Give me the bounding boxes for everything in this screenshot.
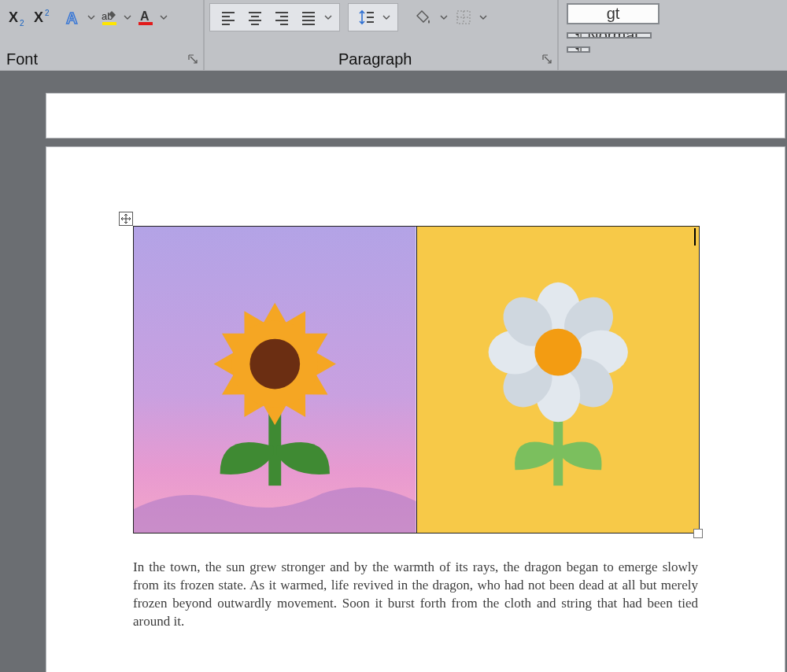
table-cell-right[interactable] [416, 227, 700, 534]
superscript-button[interactable]: X2 [30, 6, 54, 29]
image-table[interactable] [133, 226, 700, 534]
style-normal[interactable]: ¶ Normal [567, 32, 652, 39]
svg-point-13 [249, 339, 300, 390]
line-spacing-dropdown[interactable] [382, 6, 391, 29]
align-left-button[interactable] [216, 6, 240, 29]
shading-borders-box [406, 3, 494, 31]
table-wrapper [133, 226, 698, 534]
svg-text:A: A [66, 9, 77, 27]
highlight-color-dropdown[interactable] [123, 6, 132, 29]
align-dropdown[interactable] [323, 6, 333, 29]
daisy-image [417, 227, 700, 533]
table-cell-left[interactable] [134, 227, 417, 534]
text-effects-button[interactable]: A [61, 6, 85, 29]
svg-text:X: X [34, 9, 43, 25]
font-color-dropdown[interactable] [159, 6, 168, 29]
font-color-button[interactable]: A [134, 6, 157, 29]
document-background: In the town, the sun grew stronger and b… [0, 71, 787, 672]
paragraph-group-label: Paragraph [338, 50, 412, 68]
highlight-color-button[interactable]: ab [98, 6, 121, 29]
font-group-label: Font [6, 50, 38, 68]
previous-page-edge [46, 93, 785, 138]
shading-dropdown[interactable] [439, 6, 449, 29]
sunflower-image [134, 227, 416, 533]
body-paragraph[interactable]: In the town, the sun grew stronger and b… [133, 559, 698, 631]
table-move-handle[interactable] [119, 212, 133, 226]
font-group: X2 X2 A ab A Font [0, 0, 205, 70]
line-spacing-button[interactable] [355, 6, 379, 29]
style-next-partial[interactable]: ¶ N [567, 46, 590, 53]
svg-text:2: 2 [45, 9, 50, 17]
paragraph-dialog-launcher[interactable] [541, 54, 552, 65]
svg-text:X: X [9, 9, 18, 25]
style-name-input[interactable] [567, 3, 660, 24]
align-right-button[interactable] [270, 6, 294, 29]
shading-button[interactable] [412, 6, 436, 29]
align-justify-button[interactable] [297, 6, 320, 29]
styles-group: ¶ Normal ¶ N [559, 0, 787, 70]
align-center-button[interactable] [243, 6, 267, 29]
text-effects-dropdown[interactable] [87, 6, 96, 29]
svg-point-24 [534, 329, 582, 376]
svg-rect-6 [102, 22, 116, 25]
borders-button[interactable] [452, 6, 475, 29]
svg-text:2: 2 [20, 19, 24, 27]
text-cursor [694, 228, 696, 246]
font-dialog-launcher[interactable] [187, 54, 198, 65]
ribbon-toolbar: X2 X2 A ab A Font [0, 0, 787, 71]
svg-rect-8 [139, 22, 153, 25]
svg-text:A: A [140, 9, 150, 23]
document-page[interactable]: In the town, the sun grew stronger and b… [46, 146, 785, 672]
table-resize-handle[interactable] [693, 529, 703, 538]
paragraph-group: Paragraph [205, 0, 559, 70]
alignment-box [209, 3, 340, 31]
line-spacing-box [348, 3, 398, 31]
subscript-button[interactable]: X2 [5, 6, 28, 29]
borders-dropdown[interactable] [478, 6, 488, 29]
